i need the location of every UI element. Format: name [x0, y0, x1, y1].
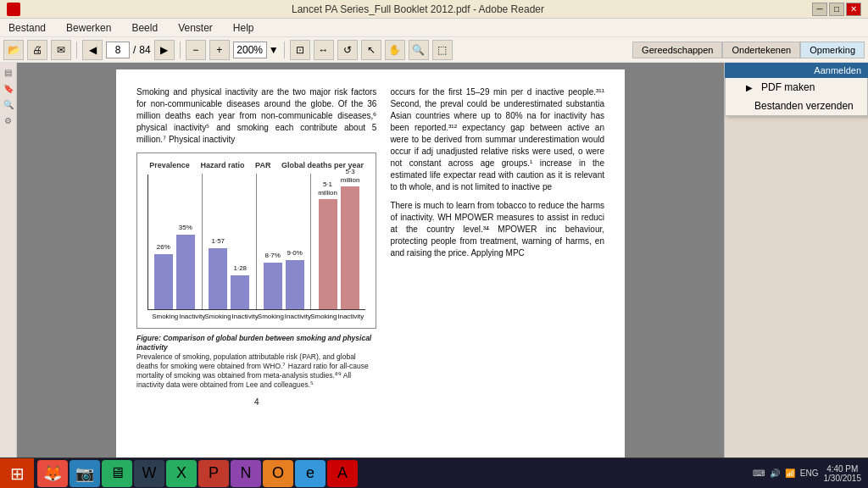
page-number: 4 — [136, 396, 376, 408]
x-label-hazard-inactivity: Inactivity — [232, 312, 256, 321]
bar-deaths-smoking-rect — [319, 199, 337, 309]
aanmelden-bar: Aanmelden — [725, 63, 868, 78]
taskbar-word[interactable]: W — [134, 460, 164, 487]
pdf-col-right: occurs for the first 15–29 min per d ina… — [390, 86, 604, 408]
chart-sep-3 — [310, 174, 311, 309]
menu-bestand[interactable]: Bestand — [3, 20, 51, 36]
fit-width-button[interactable]: ↔ — [314, 40, 334, 60]
sidebar-bookmarks-icon[interactable]: 🔖 — [2, 82, 15, 95]
tab-gereedschappen[interactable]: Gereedschappen — [632, 42, 722, 58]
context-menu-bestanden-label: Bestanden verzenden — [754, 100, 854, 112]
page-separator: / — [133, 44, 136, 56]
sidebar-search-icon[interactable]: 🔍 — [2, 98, 15, 111]
right-col-paragraph-2: There is much to learn from tobacco to r… — [390, 200, 604, 259]
start-button[interactable]: ⊞ — [0, 458, 34, 489]
context-menu-pdf-maken-label: PDF maken — [761, 81, 815, 93]
hand-button[interactable]: ✋ — [385, 40, 405, 60]
taskbar-explorer[interactable]: 🖥 — [102, 460, 132, 487]
menu-bewerken[interactable]: Bewerken — [61, 20, 116, 36]
tab-opmerking[interactable]: Opmerking — [800, 42, 865, 58]
zoom-area-button[interactable]: 🔍 — [409, 40, 429, 60]
bar-label-par-inactivity: 9·0% — [287, 248, 303, 258]
bar-prevalence-smoking: 26% — [154, 242, 173, 308]
taskbar-sys: ⌨ 🔊 📶 ENG 4:40 PM 1/30/2015 — [746, 464, 868, 483]
open-button[interactable]: 📂 — [3, 40, 24, 60]
bar-hazard-smoking-rect — [209, 248, 227, 309]
app-icon — [7, 3, 20, 16]
taskbar-firefox[interactable]: 🦊 — [37, 460, 68, 487]
menu-beeld[interactable]: Beeld — [126, 20, 163, 36]
taskbar-outlook[interactable]: O — [263, 460, 293, 487]
pdf-page: Smoking and physical inactivity are the … — [116, 69, 625, 488]
right-col-paragraph: occurs for the first 15–29 min per d ina… — [390, 86, 604, 193]
maximize-button[interactable]: □ — [829, 3, 844, 16]
zoom-dropdown-icon[interactable]: ▼ — [269, 44, 279, 56]
left-col-paragraph: Smoking and physical inactivity are the … — [136, 86, 376, 146]
x-label-prev-smoking: Smoking — [152, 312, 175, 321]
context-menu-bestanden[interactable]: Bestanden verzenden — [726, 97, 867, 115]
bar-label-hazard-smoking: 1·57 — [212, 236, 225, 246]
bar-prevalence-inactivity: 35% — [176, 223, 195, 308]
taskbar-onenote[interactable]: N — [231, 460, 261, 487]
cursor-button[interactable]: ↖ — [361, 40, 381, 60]
taskbar-keyboard-icon: ⌨ — [753, 469, 765, 478]
x-label-hazard-smoking: Smoking — [205, 312, 229, 321]
x-label-group-hazard: Smoking Inactivity — [205, 312, 256, 321]
sidebar-pages-icon[interactable]: ▤ — [3, 66, 14, 79]
email-button[interactable]: ✉ — [51, 40, 71, 60]
next-page-button[interactable]: ▶ — [154, 40, 175, 60]
close-button[interactable]: ✕ — [846, 3, 861, 16]
top-tabs: Gereedschappen Ondertekenen Opmerking — [632, 42, 865, 58]
title-bar: Lancet PA Series_Full Booklet 2012.pdf -… — [0, 0, 868, 19]
chart-section-prevalence: Prevalence — [149, 160, 190, 171]
prev-page-button[interactable]: ◀ — [82, 40, 103, 60]
x-label-prev-inactivity: Inactivity — [179, 312, 203, 321]
bar-deaths-inactivity-rect — [341, 186, 359, 309]
taskbar-ie[interactable]: e — [295, 460, 326, 487]
x-label-par-inactivity: Inactivity — [285, 312, 309, 321]
x-label-group-deaths: Smoking Inactivity — [310, 312, 361, 321]
zoom-in-button[interactable]: + — [209, 40, 230, 60]
bar-label-prev-inactivity: 35% — [179, 223, 192, 232]
taskbar-adobe[interactable]: A — [327, 460, 358, 487]
chart-x-labels: Smoking Inactivity Smoking Inactivity Sm… — [144, 310, 369, 321]
bar-par-inactivity-rect — [286, 260, 304, 309]
select-button[interactable]: ⬚ — [432, 40, 453, 60]
arrow-icon: ▶ — [746, 83, 753, 92]
taskbar-volume-icon: 🔊 — [770, 469, 780, 478]
taskbar-powerpoint[interactable]: P — [198, 460, 229, 487]
taskbar-network-icon: 📶 — [785, 469, 795, 478]
figure-caption-title: Figure: Comparison of global burden betw… — [136, 334, 371, 352]
zoom-input[interactable] — [233, 42, 267, 58]
zoom-out-button[interactable]: − — [186, 40, 206, 60]
sidebar-tools-icon[interactable]: ⚙ — [3, 114, 14, 127]
taskbar-camera[interactable]: 📷 — [70, 460, 100, 487]
page-info: / 84 — [106, 42, 151, 58]
menu-venster[interactable]: Venster — [173, 20, 218, 36]
window-title: Lancet PA Series_Full Booklet 2012.pdf -… — [24, 3, 812, 15]
taskbar-clock: 4:40 PM 1/30/2015 — [824, 464, 862, 483]
minimize-button[interactable]: ─ — [812, 3, 827, 16]
taskbar-excel[interactable]: X — [166, 460, 197, 487]
chart-section-hazard: Hazard ratio — [200, 160, 244, 171]
rotate-button[interactable]: ↺ — [337, 40, 358, 60]
main-area: ▤ 🔖 🔍 ⚙ Smoking and physical inactivity … — [0, 63, 868, 488]
fit-page-button[interactable]: ⊡ — [290, 40, 310, 60]
pdf-area: Smoking and physical inactivity are the … — [17, 63, 724, 488]
page-input[interactable] — [106, 42, 130, 58]
bar-prev-smoking-rect — [154, 254, 173, 309]
x-label-deaths-smoking: Smoking — [310, 312, 334, 321]
tab-ondertekenen[interactable]: Ondertekenen — [722, 42, 800, 58]
bar-deaths-smoking: 5·1 million — [318, 180, 337, 308]
bar-par-smoking-rect — [264, 263, 282, 309]
menu-help[interactable]: Help — [228, 20, 259, 36]
aanmelden-label[interactable]: Aanmelden — [814, 65, 861, 75]
taskbar-apps: 🦊 📷 🖥 W X P N O e A — [34, 460, 746, 487]
print-button[interactable]: 🖨 — [27, 40, 47, 60]
bar-par-inactivity: 9·0% — [286, 248, 304, 308]
chart-sep-1 — [202, 174, 203, 309]
page-total: 84 — [139, 44, 150, 56]
x-label-group-prevalence: Smoking Inactivity — [152, 312, 203, 321]
toolbar-sep-3 — [284, 42, 285, 58]
context-menu-pdf-maken[interactable]: ▶ PDF maken — [726, 78, 867, 97]
